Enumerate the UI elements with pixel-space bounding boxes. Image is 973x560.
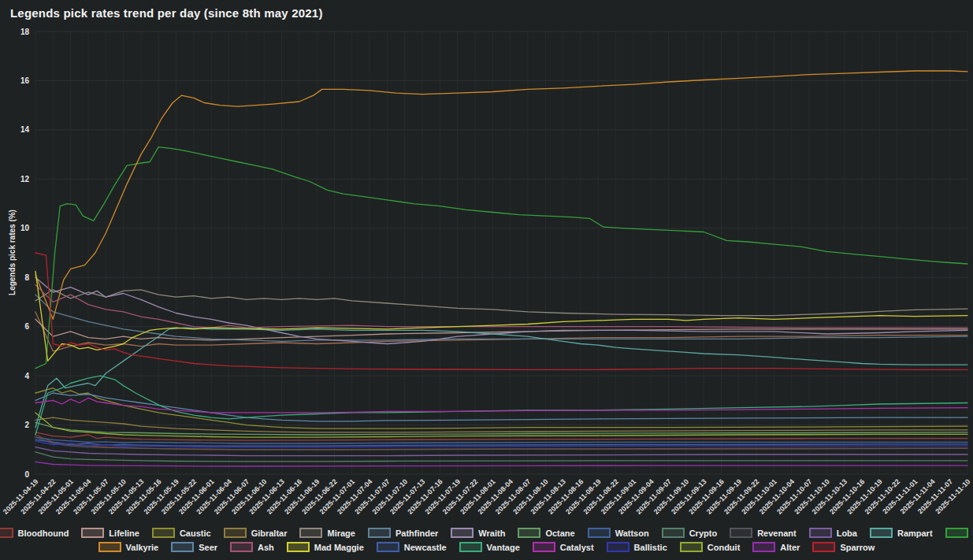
- legend-swatch-icon: [870, 528, 893, 538]
- legend-item-catalyst[interactable]: Catalyst: [533, 541, 594, 553]
- y-tick-label: 10: [20, 224, 30, 232]
- legend-item-ballistic[interactable]: Ballistic: [607, 541, 667, 553]
- y-tick-label: 12: [20, 175, 30, 184]
- legend-label: Mad Maggie: [314, 543, 364, 552]
- legend-item-bloodhound[interactable]: Bloodhound: [0, 527, 69, 539]
- legend-label: Rampart: [897, 528, 933, 538]
- legend-row: BangaloreBloodhoundLifelineCausticGibral…: [0, 527, 973, 539]
- legend-swatch-icon: [377, 542, 399, 552]
- legend-item-valkyrie[interactable]: Valkyrie: [98, 541, 159, 553]
- legend-swatch-icon: [287, 542, 310, 552]
- legend-item-rampart[interactable]: Rampart: [870, 527, 933, 539]
- legend-label: Revenant: [757, 528, 797, 538]
- series-line-rampart: [35, 328, 967, 428]
- y-tick-label: 16: [20, 76, 30, 85]
- legend-label: Mirage: [327, 528, 355, 538]
- legend-swatch-icon: [368, 528, 391, 538]
- legend-label: Ash: [258, 543, 274, 552]
- legend-label: Vantage: [487, 543, 520, 552]
- pick-rate-line-chart: 0246810121416182025-11-04-192025-11-04-2…: [0, 0, 973, 526]
- series-line-ash: [35, 285, 967, 328]
- legend-swatch-icon: [680, 542, 703, 552]
- pick-rate-dashboard: Legends pick rates trend per day (since …: [0, 0, 973, 560]
- series-line-seer: [35, 393, 967, 421]
- legend-item-loba[interactable]: Loba: [809, 527, 857, 539]
- legend-item-pathfinder[interactable]: Pathfinder: [368, 527, 438, 539]
- chart-legend: BangaloreBloodhoundLifelineCausticGibral…: [0, 527, 973, 553]
- series-line-horizon: [35, 147, 967, 369]
- legend-swatch-icon: [809, 528, 832, 538]
- legend-label: Pathfinder: [396, 528, 438, 538]
- legend-label: Loba: [837, 528, 857, 538]
- legend-label: Wraith: [478, 528, 505, 538]
- y-tick-label: 2: [24, 421, 29, 429]
- legend-swatch-icon: [451, 528, 474, 538]
- legend-swatch-icon: [459, 542, 482, 552]
- legend-item-newcastle[interactable]: Newcastle: [377, 541, 447, 553]
- legend-item-ash[interactable]: Ash: [230, 541, 274, 553]
- series-line-alter: [35, 462, 967, 466]
- legend-swatch-icon: [171, 542, 194, 552]
- legend-swatch-icon: [662, 528, 685, 538]
- y-tick-label: 8: [24, 273, 29, 282]
- legend-item-seer[interactable]: Seer: [171, 541, 217, 553]
- legend-swatch-icon: [607, 542, 629, 552]
- y-tick-label: 0: [24, 470, 29, 479]
- legend-label: Sparrow: [840, 543, 875, 552]
- legend-swatch-icon: [0, 528, 13, 538]
- series-line-valkyrie: [35, 71, 967, 319]
- legend-swatch-icon: [812, 542, 835, 552]
- legend-swatch-icon: [299, 528, 322, 538]
- legend-item-mirage[interactable]: Mirage: [299, 527, 355, 539]
- legend-item-alter[interactable]: Alter: [752, 541, 800, 553]
- legend-swatch-icon: [518, 528, 540, 538]
- legend-swatch-icon: [752, 542, 775, 552]
- legend-swatch-icon: [230, 542, 253, 552]
- legend-swatch-icon: [533, 542, 555, 552]
- legend-row: ValkyrieSeerAshMad MaggieNewcastleVantag…: [0, 541, 973, 553]
- legend-label: Alter: [780, 543, 800, 552]
- legend-label: Valkyrie: [126, 543, 159, 552]
- y-tick-label: 6: [24, 322, 29, 331]
- legend-swatch-icon: [81, 528, 104, 538]
- legend-item-horizon[interactable]: Horizon: [945, 527, 973, 539]
- legend-item-vantage[interactable]: Vantage: [459, 541, 520, 553]
- y-tick-label: 14: [20, 125, 30, 134]
- legend-item-wraith[interactable]: Wraith: [451, 527, 505, 539]
- legend-item-caustic[interactable]: Caustic: [152, 527, 211, 539]
- series-line-mad-maggie: [35, 271, 967, 361]
- legend-item-sparrow[interactable]: Sparrow: [812, 541, 875, 553]
- y-tick-label: 4: [24, 372, 29, 380]
- y-tick-label: 18: [20, 28, 30, 36]
- legend-item-wattson[interactable]: Wattson: [588, 527, 649, 539]
- series-line-sparrow: [35, 253, 967, 369]
- legend-swatch-icon: [224, 528, 247, 538]
- legend-label: Bloodhound: [18, 528, 69, 538]
- legend-label: Crypto: [689, 528, 717, 538]
- legend-label: Seer: [199, 543, 217, 552]
- legend-item-mad-maggie[interactable]: Mad Maggie: [287, 541, 364, 553]
- legend-swatch-icon: [98, 542, 121, 552]
- legend-swatch-icon: [588, 528, 611, 538]
- legend-label: Caustic: [180, 528, 211, 538]
- legend-label: Newcastle: [404, 543, 447, 552]
- legend-swatch-icon: [152, 528, 175, 538]
- legend-label: Catalyst: [560, 543, 594, 552]
- legend-swatch-icon: [945, 528, 968, 538]
- legend-label: Gibraltar: [251, 528, 288, 538]
- legend-item-conduit[interactable]: Conduit: [680, 541, 741, 553]
- series-line-wraith: [35, 277, 967, 343]
- legend-item-gibraltar[interactable]: Gibraltar: [224, 527, 288, 539]
- series-line-mirage: [35, 290, 967, 316]
- legend-label: Conduit: [707, 543, 741, 552]
- legend-label: Octane: [545, 528, 574, 538]
- legend-label: Wattson: [615, 528, 649, 538]
- legend-swatch-icon: [730, 528, 752, 538]
- series-line-vantage: [35, 376, 967, 435]
- legend-item-revenant[interactable]: Revenant: [730, 527, 797, 539]
- series-line-crypto: [35, 452, 967, 462]
- legend-item-octane[interactable]: Octane: [518, 527, 574, 539]
- legend-label: Ballistic: [634, 543, 667, 552]
- legend-item-lifeline[interactable]: Lifeline: [81, 527, 139, 539]
- legend-item-crypto[interactable]: Crypto: [662, 527, 717, 539]
